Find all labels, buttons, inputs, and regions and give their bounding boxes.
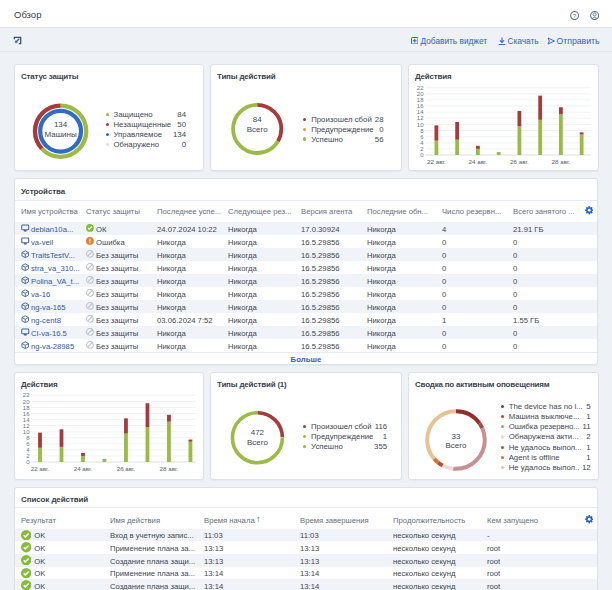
- svg-text:22 авг.: 22 авг.: [427, 158, 446, 165]
- svg-text:26 авг.: 26 авг.: [510, 158, 529, 165]
- svg-text:18: 18: [23, 405, 30, 411]
- svg-text:6: 6: [26, 441, 30, 447]
- svg-text:14: 14: [417, 109, 424, 115]
- svg-text:28 авг.: 28 авг.: [552, 158, 571, 165]
- svg-text:20: 20: [23, 399, 30, 405]
- svg-text:8: 8: [420, 128, 424, 134]
- svg-text:16: 16: [417, 103, 424, 109]
- svg-text:?: ?: [572, 12, 576, 19]
- svg-text:14: 14: [23, 417, 30, 423]
- svg-text:20: 20: [417, 91, 424, 97]
- svg-text:24 авг.: 24 авг.: [469, 158, 488, 165]
- svg-text:18: 18: [417, 97, 424, 103]
- svg-text:24 авг.: 24 авг.: [74, 465, 93, 472]
- svg-text:16: 16: [23, 411, 30, 417]
- svg-text:2: 2: [26, 453, 30, 459]
- svg-text:0: 0: [420, 152, 424, 158]
- svg-text:22 авг.: 22 авг.: [31, 465, 50, 472]
- svg-text:4: 4: [26, 447, 30, 453]
- svg-text:8: 8: [26, 435, 30, 441]
- svg-text:2: 2: [420, 146, 424, 152]
- svg-text:26 авг.: 26 авг.: [117, 465, 136, 472]
- svg-text:10: 10: [23, 429, 30, 435]
- svg-text:28 авг.: 28 авг.: [160, 465, 179, 472]
- svg-text:4: 4: [420, 140, 424, 146]
- svg-text:10: 10: [417, 122, 424, 128]
- svg-text:22: 22: [417, 85, 424, 91]
- svg-text:0: 0: [26, 459, 30, 465]
- svg-text:6: 6: [420, 134, 424, 140]
- svg-text:12: 12: [23, 423, 30, 429]
- svg-text:22: 22: [23, 392, 30, 398]
- svg-text:12: 12: [417, 115, 424, 121]
